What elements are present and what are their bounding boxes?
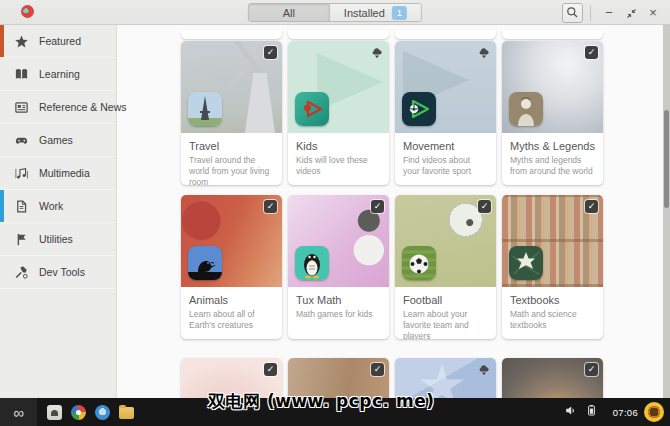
card-stub <box>395 30 496 39</box>
sidebar-item-multimedia[interactable]: Multimedia <box>0 157 116 190</box>
app-card-football[interactable]: ✓ Football Learn about your favorite tea… <box>395 195 496 339</box>
sidebar-item-dev-tools[interactable]: Dev Tools <box>0 256 116 289</box>
app-card-kids[interactable]: Kids Kids will love these videos <box>288 41 389 185</box>
sidebar-item-learning[interactable]: Learning <box>0 58 116 91</box>
browser-icon[interactable] <box>95 405 110 420</box>
book-icon <box>14 66 30 82</box>
app-description: Math and science textbooks <box>510 309 595 331</box>
app-description: Myths and legends from around the world <box>510 155 595 177</box>
app-card-movement[interactable]: Movement Find videos about your favorite… <box>395 41 496 185</box>
app-title: Football <box>403 294 488 306</box>
animals-bird-icon <box>188 246 222 280</box>
installed-check-badge: ✓ <box>585 363 598 376</box>
restore-button[interactable] <box>620 0 642 25</box>
download-cloud-icon <box>477 45 491 58</box>
app-logo-icon <box>21 5 34 18</box>
scrollbar-track[interactable] <box>663 25 670 398</box>
app-card-partial-4[interactable]: ✓ <box>502 358 603 398</box>
app-card-image: ✓ <box>502 195 603 287</box>
sidebar-item-featured[interactable]: Featured <box>0 25 116 58</box>
sidebar-label: Reference & News <box>39 101 127 113</box>
sidebar-item-work[interactable]: Work <box>0 190 116 223</box>
devtools-icon <box>14 264 30 280</box>
download-cloud-icon <box>370 45 384 58</box>
tab-installed-label: Installed <box>344 7 385 19</box>
app-title: Textbooks <box>510 294 595 306</box>
app-card-image: ✓ <box>181 41 282 133</box>
app-description: Kids will love these videos <box>296 155 381 177</box>
app-card-tux-math[interactable]: ✓ Tux Math Math games for kids <box>288 195 389 339</box>
app-center-window: All Installed 1 − × <box>0 0 670 426</box>
titlebar: All Installed 1 − × <box>0 0 670 25</box>
tab-all-label: All <box>283 7 295 19</box>
sidebar-label: Dev Tools <box>39 266 85 278</box>
endless-logo-button[interactable]: ∞ <box>0 398 37 426</box>
sidebar-item-utilities[interactable]: Utilities <box>0 223 116 256</box>
installed-count-badge: 1 <box>392 6 407 20</box>
football-ball-icon <box>402 246 436 280</box>
kids-play-icon <box>295 92 329 126</box>
myths-statue-icon <box>509 92 543 126</box>
unmaximize-icon <box>625 7 638 20</box>
app-description: Find videos about your favorite sport <box>403 155 488 177</box>
extra-apps-icon[interactable] <box>71 405 86 420</box>
titlebar-separator <box>590 5 591 21</box>
installed-check-badge: ✓ <box>264 200 277 213</box>
installed-check-badge: ✓ <box>264 46 277 59</box>
app-center-icon[interactable] <box>47 405 62 420</box>
featured-accent-bar <box>0 25 4 57</box>
tab-all[interactable]: All <box>249 4 329 21</box>
watermark-text: 双电网 (www. pcpc. me) <box>208 390 434 413</box>
search-button[interactable] <box>562 3 583 23</box>
app-card-animals[interactable]: ✓ Animals Learn about all of Earth's cre… <box>181 195 282 339</box>
app-card-travel[interactable]: ✓ Travel Travel around the world from yo… <box>181 41 282 185</box>
installed-check-badge: ✓ <box>585 200 598 213</box>
sidebar-item-reference-news[interactable]: Reference & News <box>0 91 116 124</box>
tab-installed[interactable]: Installed 1 <box>329 4 421 21</box>
volume-icon[interactable] <box>564 403 577 421</box>
app-grid: ✓ Travel Travel around the world from yo… <box>118 25 670 398</box>
app-card-image: ✓ <box>502 41 603 133</box>
infinity-icon: ∞ <box>13 404 24 421</box>
scrollbar-thumb[interactable] <box>664 110 669 208</box>
files-folder-icon[interactable] <box>119 407 134 419</box>
minimize-button[interactable]: − <box>598 0 620 25</box>
app-title: Myths & Legends <box>510 140 595 152</box>
app-title: Tux Math <box>296 294 381 306</box>
card-stub <box>288 30 389 39</box>
download-cloud-icon <box>477 362 491 375</box>
installed-check-badge: ✓ <box>371 363 384 376</box>
sidebar-item-games[interactable]: Games <box>0 124 116 157</box>
app-title: Movement <box>403 140 488 152</box>
app-title: Kids <box>296 140 381 152</box>
installed-check-badge: ✓ <box>264 363 277 376</box>
user-avatar-sunflower[interactable] <box>644 402 664 422</box>
installed-check-badge: ✓ <box>585 46 598 59</box>
card-stub <box>181 30 282 39</box>
clock[interactable]: 07:06 <box>613 407 638 418</box>
view-toggle: All Installed 1 <box>248 3 422 22</box>
star-icon <box>14 33 30 49</box>
app-card-myths-legends[interactable]: ✓ Myths & Legends Myths and legends from… <box>502 41 603 185</box>
app-title: Animals <box>189 294 274 306</box>
work-accent-bar <box>0 190 4 222</box>
category-sidebar: Featured Learning Reference & News Games… <box>0 25 117 398</box>
gamepad-icon <box>14 132 30 148</box>
textbooks-star-icon <box>509 246 543 280</box>
travel-eiffel-icon <box>188 92 222 126</box>
search-icon <box>566 6 579 19</box>
app-card-image: ✓ <box>502 358 603 398</box>
app-card-image: ✓ <box>181 195 282 287</box>
sidebar-label: Work <box>39 200 63 212</box>
app-title: Travel <box>189 140 274 152</box>
tuxmath-penguin-icon <box>295 246 329 280</box>
app-card-image <box>395 41 496 133</box>
app-card-image: ✓ <box>288 195 389 287</box>
utilities-icon <box>14 231 30 247</box>
battery-icon[interactable] <box>585 403 598 421</box>
app-card-textbooks[interactable]: ✓ Textbooks Math and science textbooks <box>502 195 603 339</box>
movement-sport-icon <box>402 92 436 126</box>
close-button[interactable]: × <box>642 0 664 25</box>
app-description: Math games for kids <box>296 309 381 320</box>
app-card-image <box>288 41 389 133</box>
